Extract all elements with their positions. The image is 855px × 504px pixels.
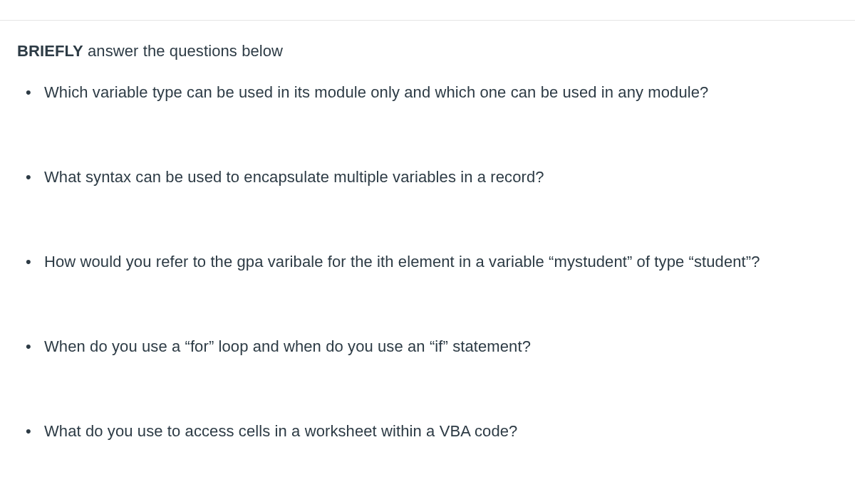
heading-rest: answer the questions below: [83, 42, 283, 60]
heading-bold: BRIEFLY: [17, 42, 83, 60]
document-content: BRIEFLY answer the questions below Which…: [0, 21, 855, 443]
question-item: What do you use to access cells in a wor…: [38, 419, 838, 443]
instruction-heading: BRIEFLY answer the questions below: [17, 42, 838, 61]
question-list: Which variable type can be used in its m…: [17, 80, 838, 443]
question-item: How would you refer to the gpa varibale …: [38, 250, 838, 273]
question-item: When do you use a “for” loop and when do…: [38, 335, 838, 358]
question-item: What syntax can be used to encapsulate m…: [38, 165, 838, 189]
question-item: Which variable type can be used in its m…: [38, 80, 838, 104]
